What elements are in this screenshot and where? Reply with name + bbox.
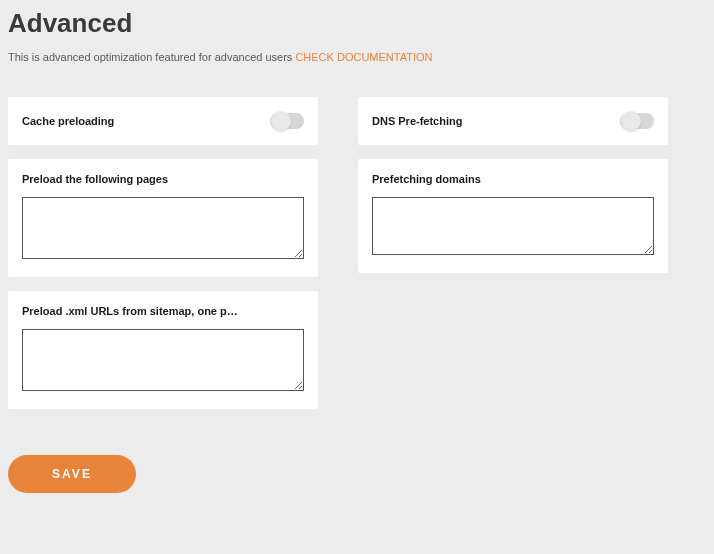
preload-pages-textarea[interactable] — [22, 197, 304, 259]
preload-pages-card: Preload the following pages — [8, 159, 318, 277]
page-title: Advanced — [8, 8, 706, 39]
documentation-link[interactable]: CHECK DOCUMENTATION — [295, 51, 432, 63]
right-column: DNS Pre-fetching Prefetching domains — [358, 97, 668, 409]
prefetching-domains-label: Prefetching domains — [372, 173, 654, 185]
subtitle-text: This is advanced optimization featured f… — [8, 51, 295, 63]
preload-sitemap-label: Preload .xml URLs from sitemap, one p… — [22, 305, 304, 317]
page-subtitle: This is advanced optimization featured f… — [8, 51, 706, 63]
cache-preloading-label: Cache preloading — [22, 115, 114, 127]
dns-prefetching-label: DNS Pre-fetching — [372, 115, 462, 127]
preload-pages-label: Preload the following pages — [22, 173, 304, 185]
preload-sitemap-card: Preload .xml URLs from sitemap, one p… — [8, 291, 318, 409]
save-row: SAVE — [8, 455, 706, 493]
cache-preloading-card: Cache preloading — [8, 97, 318, 145]
preload-sitemap-textarea[interactable] — [22, 329, 304, 391]
content-columns: Cache preloading Preload the following p… — [8, 97, 706, 409]
dns-prefetching-card: DNS Pre-fetching — [358, 97, 668, 145]
dns-prefetching-toggle[interactable] — [620, 113, 654, 129]
left-column: Cache preloading Preload the following p… — [8, 97, 318, 409]
cache-preloading-toggle[interactable] — [270, 113, 304, 129]
prefetching-domains-textarea[interactable] — [372, 197, 654, 255]
prefetching-domains-card: Prefetching domains — [358, 159, 668, 273]
save-button[interactable]: SAVE — [8, 455, 136, 493]
